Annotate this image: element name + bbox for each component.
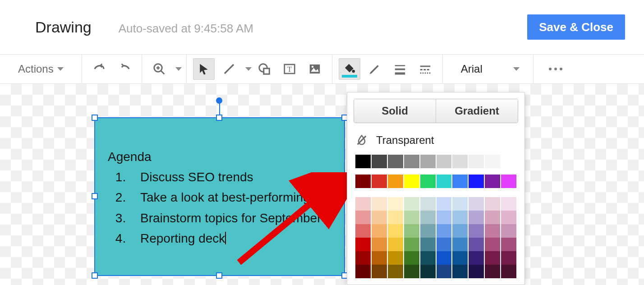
color-swatch[interactable]: [388, 265, 403, 278]
shape-tool-button[interactable]: [253, 58, 275, 80]
color-swatch[interactable]: [355, 251, 371, 265]
color-swatch[interactable]: [452, 155, 468, 168]
color-swatch[interactable]: [452, 175, 468, 188]
resize-handle-bl[interactable]: [92, 272, 98, 279]
color-swatch[interactable]: [404, 155, 419, 168]
color-swatch[interactable]: [388, 224, 403, 238]
color-swatch[interactable]: [485, 251, 500, 265]
color-swatch[interactable]: [420, 265, 436, 278]
color-swatch[interactable]: [388, 211, 403, 224]
color-swatch[interactable]: [485, 175, 500, 188]
color-swatch[interactable]: [372, 224, 387, 238]
color-swatch[interactable]: [485, 224, 500, 238]
color-swatch[interactable]: [420, 155, 436, 168]
resize-handle-tl[interactable]: [92, 115, 98, 121]
color-swatch[interactable]: [372, 265, 387, 278]
color-swatch[interactable]: [404, 224, 419, 238]
textbox-tool-button[interactable]: T: [279, 58, 300, 80]
color-swatch[interactable]: [469, 175, 484, 188]
fill-color-button[interactable]: [339, 58, 360, 80]
color-swatch[interactable]: [355, 211, 371, 224]
color-swatch[interactable]: [355, 175, 371, 188]
color-swatch[interactable]: [501, 251, 516, 265]
undo-button[interactable]: [88, 58, 110, 80]
color-swatch[interactable]: [469, 197, 484, 211]
zoom-button[interactable]: [148, 58, 170, 80]
color-swatch[interactable]: [420, 251, 436, 265]
color-swatch[interactable]: [501, 211, 516, 224]
color-swatch[interactable]: [388, 238, 403, 251]
color-swatch[interactable]: [388, 197, 403, 211]
line-weight-button[interactable]: [389, 58, 411, 80]
color-swatch[interactable]: [437, 197, 452, 211]
color-swatch[interactable]: [485, 211, 500, 224]
color-swatch[interactable]: [420, 224, 436, 238]
canvas-area[interactable]: Agenda Discuss SEO trends Take a look at…: [0, 84, 644, 285]
transparent-option[interactable]: Transparent: [354, 130, 518, 155]
color-swatch[interactable]: [452, 197, 468, 211]
color-swatch[interactable]: [355, 238, 371, 251]
color-swatch[interactable]: [372, 238, 387, 251]
more-tools-button[interactable]: [538, 55, 573, 83]
color-swatch[interactable]: [437, 211, 452, 224]
color-swatch[interactable]: [501, 265, 516, 278]
color-swatch[interactable]: [404, 175, 419, 188]
actions-menu-button[interactable]: Actions: [5, 55, 77, 83]
color-swatch[interactable]: [501, 224, 516, 238]
color-swatch[interactable]: [437, 155, 452, 168]
color-swatch[interactable]: [437, 238, 452, 251]
color-swatch[interactable]: [469, 211, 484, 224]
color-swatch[interactable]: [485, 155, 500, 168]
color-swatch[interactable]: [372, 155, 387, 168]
color-swatch[interactable]: [485, 265, 500, 278]
color-swatch[interactable]: [420, 211, 436, 224]
color-swatch[interactable]: [372, 211, 387, 224]
color-swatch[interactable]: [388, 251, 403, 265]
color-swatch[interactable]: [404, 251, 419, 265]
color-swatch[interactable]: [485, 238, 500, 251]
color-swatch[interactable]: [501, 175, 516, 188]
color-swatch[interactable]: [437, 224, 452, 238]
line-color-button[interactable]: [364, 58, 386, 80]
tab-gradient[interactable]: Gradient: [436, 99, 518, 123]
line-dash-button[interactable]: [414, 58, 436, 80]
color-swatch[interactable]: [388, 155, 403, 168]
save-close-button[interactable]: Save & Close: [527, 14, 625, 40]
color-swatch[interactable]: [404, 197, 419, 211]
resize-handle-t[interactable]: [216, 115, 222, 121]
color-swatch[interactable]: [437, 175, 452, 188]
color-swatch[interactable]: [420, 175, 436, 188]
color-swatch[interactable]: [420, 197, 436, 211]
color-swatch[interactable]: [372, 175, 387, 188]
color-swatch[interactable]: [452, 265, 468, 278]
color-swatch[interactable]: [404, 265, 419, 278]
color-swatch[interactable]: [452, 238, 468, 251]
color-swatch[interactable]: [469, 238, 484, 251]
color-swatch[interactable]: [501, 197, 516, 211]
textbox-content[interactable]: Agenda Discuss SEO trends Take a look at…: [108, 148, 339, 250]
color-swatch[interactable]: [404, 211, 419, 224]
color-swatch[interactable]: [372, 251, 387, 265]
line-tool-button[interactable]: [218, 58, 240, 80]
color-swatch[interactable]: [420, 238, 436, 251]
select-tool-button[interactable]: [193, 58, 215, 80]
color-swatch[interactable]: [452, 224, 468, 238]
color-swatch[interactable]: [469, 251, 484, 265]
color-swatch[interactable]: [355, 155, 371, 168]
color-swatch[interactable]: [469, 155, 484, 168]
color-swatch[interactable]: [469, 224, 484, 238]
color-swatch[interactable]: [437, 251, 452, 265]
font-family-select[interactable]: Arial: [447, 55, 529, 83]
image-tool-button[interactable]: [304, 58, 326, 80]
color-swatch[interactable]: [404, 238, 419, 251]
color-swatch[interactable]: [355, 265, 371, 278]
color-swatch[interactable]: [355, 197, 371, 211]
tab-solid[interactable]: Solid: [354, 99, 436, 123]
color-swatch[interactable]: [469, 265, 484, 278]
redo-button[interactable]: [114, 58, 135, 80]
color-swatch[interactable]: [501, 155, 516, 168]
color-swatch[interactable]: [437, 265, 452, 278]
color-swatch[interactable]: [485, 197, 500, 211]
color-swatch[interactable]: [372, 197, 387, 211]
color-swatch[interactable]: [388, 175, 403, 188]
